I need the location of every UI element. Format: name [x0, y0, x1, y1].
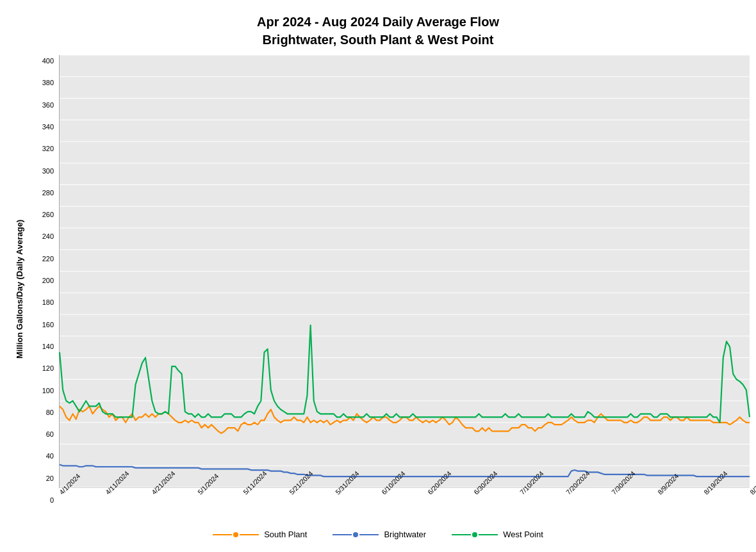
legend: South PlantBrightwaterWest Point: [213, 530, 543, 546]
legend-item: South Plant: [213, 530, 307, 539]
y-tick: 360: [42, 102, 54, 109]
legend-item: West Point: [452, 530, 543, 539]
legend-label: West Point: [503, 530, 543, 539]
legend-line2: [479, 534, 498, 535]
title-line2: Brightwater, South Plant & West Point: [257, 31, 499, 49]
legend-line2: [359, 534, 379, 535]
legend-line: [333, 534, 352, 535]
y-tick: 100: [42, 387, 54, 394]
legend-dot: [233, 532, 238, 537]
legend-line: [213, 534, 232, 535]
legend-label: Brightwater: [384, 530, 426, 539]
plot-wrapper: [59, 55, 750, 488]
legend-line: [452, 534, 471, 535]
y-tick: 80: [46, 409, 54, 416]
y-axis-label: Million Gallons/Day (Daily Average): [6, 55, 32, 523]
legend-item: Brightwater: [333, 530, 426, 539]
y-tick: 240: [42, 233, 54, 240]
y-tick: 320: [42, 145, 54, 152]
y-tick: 380: [42, 79, 54, 86]
y-tick: 280: [42, 190, 54, 197]
y-tick: 160: [42, 321, 54, 329]
x-axis-wrapper: 4/1/20244/11/20244/21/20245/1/20245/11/2…: [59, 488, 750, 523]
y-tick: 400: [42, 58, 54, 65]
y-tick: 180: [42, 299, 54, 306]
y-tick: 40: [46, 453, 54, 460]
y-tick: 220: [42, 256, 54, 263]
y-tick: 120: [42, 365, 54, 372]
y-tick: 260: [42, 211, 54, 218]
y-tick: 340: [42, 124, 54, 131]
legend-dot: [353, 532, 358, 537]
y-ticks-and-plot: 0204060801001201401601802002202402602803…: [32, 55, 750, 523]
plot-and-xaxis: 4/1/20244/11/20244/21/20245/1/20245/11/2…: [59, 55, 750, 523]
legend-dot: [472, 532, 477, 537]
y-ticks: 0204060801001201401601802002202402602803…: [32, 55, 59, 523]
chart-container: Apr 2024 - Aug 2024 Daily Average Flow B…: [0, 0, 756, 552]
legend-line2: [240, 534, 259, 535]
chart-area: Million Gallons/Day (Daily Average) 0204…: [6, 55, 750, 523]
y-tick: 140: [42, 343, 54, 350]
legend-label: South Plant: [264, 530, 307, 539]
chart-title: Apr 2024 - Aug 2024 Daily Average Flow B…: [257, 13, 499, 49]
y-tick: 200: [42, 277, 54, 284]
y-tick: 0: [50, 497, 54, 504]
y-tick: 20: [46, 475, 54, 482]
title-line1: Apr 2024 - Aug 2024 Daily Average Flow: [257, 13, 499, 31]
y-tick: 300: [42, 168, 54, 175]
y-tick: 60: [46, 431, 54, 438]
chart-svg: [60, 55, 750, 487]
